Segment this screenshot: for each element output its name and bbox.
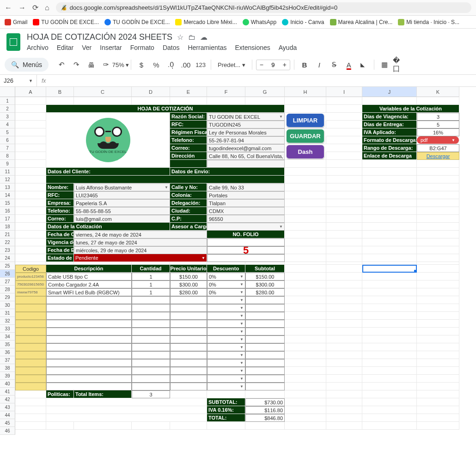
col-header-C[interactable]: C	[74, 87, 132, 97]
menu-editar[interactable]: Editar	[57, 44, 74, 51]
sheets-logo-icon[interactable]	[6, 33, 20, 51]
row-header-46[interactable]: 46	[0, 427, 15, 435]
fill-color-icon[interactable]	[357, 58, 370, 71]
estado-dropdown[interactable]: Pendiente▼	[74, 254, 207, 262]
italic-icon[interactable]: I	[313, 58, 326, 71]
var-value[interactable]: 5	[417, 121, 459, 128]
col-header-E[interactable]: E	[170, 87, 207, 97]
client-field[interactable]: Luis Alfonso Bustamante▼	[74, 183, 170, 191]
row-header-17[interactable]: 17	[0, 215, 15, 223]
bookmark-marea[interactable]: Marea Alcalina | Cre...	[330, 19, 393, 25]
row-header-13[interactable]: 13	[0, 183, 15, 191]
home-icon[interactable]: ⌂	[45, 4, 49, 12]
row-header-2[interactable]: 2	[0, 105, 15, 113]
font-size-decrease[interactable]: −	[256, 61, 267, 68]
row-header-30[interactable]: 30	[0, 301, 15, 309]
cloud-status-icon[interactable]: ☁	[200, 33, 207, 42]
row-header-45[interactable]: 45	[0, 419, 15, 427]
borders-icon[interactable]: ▦	[378, 58, 391, 71]
row-header-29[interactable]: 29	[0, 293, 15, 301]
row-header-27[interactable]: 27	[0, 278, 15, 286]
client-field[interactable]: 55-88-55-88-55	[74, 207, 170, 215]
row-header-39[interactable]: 39	[0, 372, 15, 380]
row-header-25[interactable]: 25	[0, 262, 15, 270]
row-header-31[interactable]: 31	[0, 309, 15, 317]
bookmark-facebook[interactable]: TU GODÍN De EXCE...	[104, 19, 170, 25]
zoom-dropdown[interactable]: 75% ▾	[114, 58, 127, 71]
limpiar-button[interactable]: LIMPIAR	[287, 114, 324, 128]
col-header-D[interactable]: D	[132, 87, 170, 97]
envio-field[interactable]: Calle 99, No 33	[207, 183, 285, 191]
increase-decimal-icon[interactable]: .00	[179, 58, 192, 71]
client-field[interactable]: luis@gmail.com	[74, 215, 170, 223]
envio-field[interactable]: Tlalpan	[207, 199, 285, 207]
bold-icon[interactable]: B	[298, 58, 311, 71]
url-bar[interactable]: 🔏 docs.google.com/spreadsheets/d/1SyWl1k…	[56, 2, 471, 13]
client-field[interactable]: LUI23465	[74, 191, 170, 199]
move-icon[interactable]: 🗀	[188, 33, 195, 42]
col-header-K[interactable]: K	[417, 87, 459, 97]
row-header-28[interactable]: 28	[0, 286, 15, 293]
envio-field[interactable]: CDMX	[207, 207, 285, 215]
col-header-I[interactable]: I	[326, 87, 362, 97]
menu-archivo[interactable]: Archivo	[27, 44, 49, 51]
row-header-1[interactable]: 1	[0, 97, 15, 105]
row-header-44[interactable]: 44	[0, 411, 15, 419]
row-header-36[interactable]: 36	[0, 348, 15, 356]
menu-ver[interactable]: Ver	[82, 44, 92, 51]
bookmark-gmail[interactable]: Gmail	[5, 19, 27, 25]
more-formats[interactable]: 123	[194, 58, 207, 71]
col-header-H[interactable]: H	[285, 87, 326, 97]
percent-icon[interactable]: %	[150, 58, 163, 71]
row-header-21[interactable]: 21	[0, 231, 15, 238]
row-header-37[interactable]: 37	[0, 356, 15, 364]
row-header-12[interactable]: 12	[0, 176, 15, 183]
text-color-icon[interactable]: A	[342, 58, 355, 71]
row-header-15[interactable]: 15	[0, 199, 15, 207]
row-header-14[interactable]: 14	[0, 191, 15, 199]
col-header-A[interactable]: A	[15, 87, 46, 97]
col-header-B[interactable]: B	[46, 87, 74, 97]
row-header-22[interactable]: 22	[0, 238, 15, 246]
client-field[interactable]: Papeleria S.A	[74, 199, 170, 207]
row-header-26[interactable]: 26	[0, 270, 15, 278]
bookmark-whatsapp[interactable]: WhatsApp	[243, 19, 276, 25]
var-value[interactable]: 16%	[417, 128, 459, 136]
col-header-G[interactable]: G	[245, 87, 285, 97]
row-header-33[interactable]: 33	[0, 325, 15, 333]
star-icon[interactable]: ☆	[177, 33, 183, 42]
menu-formato[interactable]: Formato	[130, 44, 154, 51]
bookmark-shopify[interactable]: Mi tienda · Inicio · S...	[398, 19, 459, 25]
row-header-11[interactable]: 11	[0, 168, 15, 176]
row-header-23[interactable]: 23	[0, 246, 15, 254]
undo-icon[interactable]: ↶	[55, 58, 68, 71]
var-value[interactable]: pdf▼	[417, 136, 459, 144]
envio-field[interactable]: 96550	[207, 215, 285, 223]
bookmark-mercadolibre[interactable]: Mercado Libre Méxi...	[175, 19, 237, 25]
spreadsheet-grid[interactable]: 1234567891112131415161718212223242526272…	[0, 87, 476, 435]
row-header-7[interactable]: 7	[0, 144, 15, 152]
bookmark-canva[interactable]: Inicio - Canva	[282, 19, 324, 25]
selected-cell-J26[interactable]	[362, 265, 417, 273]
envio-field[interactable]: Portales	[207, 191, 285, 199]
asesor-field[interactable]: ▼	[207, 223, 285, 231]
row-header-43[interactable]: 43	[0, 403, 15, 411]
var-value[interactable]: 3	[417, 113, 459, 121]
back-icon[interactable]: ←	[5, 4, 12, 12]
bookmark-youtube[interactable]: TU GODÍN DE EXCE...	[33, 19, 99, 25]
item-descu[interactable]: 0%▼	[207, 288, 245, 296]
decrease-decimal-icon[interactable]: .0̩	[165, 58, 177, 71]
item-descu[interactable]: 0%▼	[207, 273, 245, 280]
print-icon[interactable]: 🖶	[85, 58, 98, 71]
var-value[interactable]: B2:G47	[417, 144, 459, 152]
row-header-6[interactable]: 6	[0, 136, 15, 144]
row-header-24[interactable]: 24	[0, 254, 15, 262]
font-size-increase[interactable]: +	[280, 61, 290, 68]
row-header-3[interactable]: 3	[0, 113, 15, 121]
redo-icon[interactable]: ↷	[70, 58, 83, 71]
row-header-4[interactable]: 4	[0, 121, 15, 128]
menu-extensiones[interactable]: Extensiones	[235, 44, 270, 51]
currency-icon[interactable]: $	[135, 58, 148, 71]
reload-icon[interactable]: ⟳	[32, 3, 38, 12]
row-header-40[interactable]: 40	[0, 380, 15, 388]
